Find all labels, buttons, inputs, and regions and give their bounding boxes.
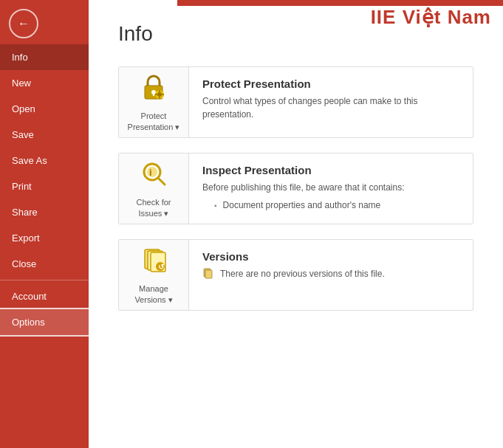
- brand-name: IIE Việt Nam: [371, 6, 491, 29]
- inspect-list: Document properties and author's name: [202, 200, 459, 210]
- sidebar: ← Info New Open Save Save As Print Share…: [0, 0, 89, 448]
- sidebar-item-new[interactable]: New: [0, 70, 89, 96]
- svg-rect-8: [162, 94, 164, 95]
- inspect-card: i Check forIssues ▾ Inspect Presentation…: [118, 153, 473, 224]
- protect-content: Protect Presentation Control what types …: [189, 67, 473, 131]
- inspect-icon: i: [139, 159, 168, 194]
- sidebar-item-open[interactable]: Open: [0, 96, 89, 122]
- header-bar: [177, 0, 503, 6]
- versions-icon-label: ManageVersions ▾: [134, 283, 172, 305]
- lock-icon: [140, 72, 167, 108]
- versions-card: ↺ ManageVersions ▾ Versions There are no…: [118, 239, 473, 311]
- svg-line-10: [158, 178, 165, 185]
- sidebar-item-options[interactable]: Options: [0, 309, 89, 335]
- sidebar-item-export[interactable]: Export: [0, 225, 89, 251]
- inspect-content: Inspect Presentation Before publishing t…: [189, 154, 473, 221]
- main-content: Info: [89, 0, 503, 348]
- versions-small-icon: [202, 268, 214, 280]
- svg-rect-6: [159, 97, 160, 99]
- sidebar-nav: Info New Open Save Save As Print Share E…: [0, 44, 89, 448]
- sidebar-item-info[interactable]: Info: [0, 44, 89, 70]
- sidebar-item-print[interactable]: Print: [0, 173, 89, 199]
- protect-card: ProtectPresentation ▾ Protect Presentati…: [118, 66, 473, 138]
- inspect-icon-label: Check forIssues ▾: [136, 197, 171, 218]
- svg-rect-7: [155, 94, 157, 95]
- protect-title: Protect Presentation: [202, 77, 459, 90]
- sidebar-item-save[interactable]: Save: [0, 122, 89, 148]
- versions-title: Versions: [202, 250, 459, 263]
- svg-text:↺: ↺: [158, 263, 165, 271]
- versions-content: Versions There are no previous versions …: [189, 240, 473, 291]
- svg-rect-2: [153, 92, 154, 96]
- back-arrow-icon: ←: [18, 17, 30, 30]
- protect-desc: Control what types of changes people can…: [202, 94, 459, 121]
- versions-row: There are no previous versions of this f…: [202, 267, 459, 280]
- svg-point-4: [157, 92, 162, 97]
- protect-icon-box[interactable]: ProtectPresentation ▾: [119, 67, 189, 137]
- inspect-icon-box[interactable]: i Check forIssues ▾: [119, 154, 189, 224]
- versions-icon-box[interactable]: ↺ ManageVersions ▾: [119, 240, 189, 310]
- inspect-list-item: Document properties and author's name: [214, 200, 459, 210]
- versions-desc: There are no previous versions of this f…: [220, 267, 385, 280]
- versions-icon: ↺: [139, 245, 168, 280]
- back-button[interactable]: ←: [9, 9, 38, 38]
- svg-rect-5: [159, 90, 160, 92]
- svg-rect-19: [205, 270, 212, 278]
- sidebar-item-close[interactable]: Close: [0, 251, 89, 277]
- sidebar-divider: [0, 280, 89, 280]
- inspect-title: Inspect Presentation: [202, 164, 459, 176]
- sidebar-item-account[interactable]: Account: [0, 283, 89, 309]
- sidebar-item-save-as[interactable]: Save As: [0, 148, 89, 173]
- protect-icon-label: ProtectPresentation ▾: [128, 111, 180, 132]
- inspect-desc: Before publishing this file, be aware th…: [202, 181, 459, 194]
- svg-text:i: i: [149, 167, 152, 178]
- sidebar-item-share[interactable]: Share: [0, 199, 89, 225]
